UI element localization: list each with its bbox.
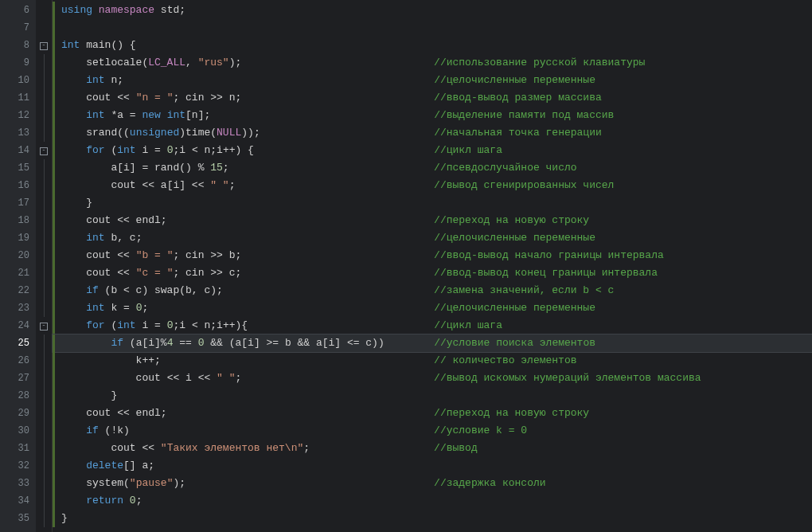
line-number: 19 bbox=[0, 229, 36, 247]
token-op: , bbox=[185, 57, 198, 68]
line-number: 6 bbox=[0, 2, 36, 19]
token-str: "n = " bbox=[136, 92, 174, 104]
token-kw: for bbox=[61, 319, 111, 331]
code-line[interactable]: int *a = new int[n]; //выделение памяти … bbox=[53, 107, 812, 124]
fold-guide bbox=[36, 89, 52, 107]
token-kw: int bbox=[61, 302, 111, 314]
token-const: LC_ALL bbox=[148, 57, 185, 68]
token-op: (b < c) swap(b, c); bbox=[105, 284, 223, 296]
token-op: ); bbox=[173, 477, 185, 489]
comment: //псевдослучайное число bbox=[434, 162, 576, 174]
line-number: 8 bbox=[0, 37, 36, 54]
token-op: ); bbox=[229, 57, 242, 68]
fold-guide bbox=[36, 229, 52, 247]
token-op: ; cin bbox=[173, 249, 210, 261]
token-op: [] a; bbox=[123, 460, 154, 471]
comment: //ввод-вывод начало границы интервала bbox=[434, 249, 664, 261]
code-line[interactable]: } bbox=[53, 387, 812, 405]
code-line[interactable]: a[i] = rand() % 15; //псевдослучайное чи… bbox=[53, 159, 812, 177]
line-number: 9 bbox=[0, 54, 36, 72]
token-kw: for bbox=[61, 144, 111, 156]
token-op: << a[i] << bbox=[142, 179, 210, 191]
token-kw: int bbox=[117, 319, 142, 331]
code-line[interactable]: cout << "b = "; cin >> b; //ввод-вывод н… bbox=[53, 247, 812, 264]
code-line[interactable]: k++; // количество элементов bbox=[53, 352, 812, 370]
token-func: main bbox=[86, 39, 111, 51]
line-number: 27 bbox=[0, 370, 36, 387]
token-op: *a = bbox=[111, 109, 142, 121]
whitespace bbox=[248, 319, 434, 331]
code-line[interactable]: system("pause"); //задержка консоли bbox=[53, 475, 812, 492]
fold-toggle-icon[interactable]: - bbox=[36, 37, 52, 54]
comment: //выделение памяти под массив bbox=[434, 109, 614, 121]
token-id: std bbox=[161, 4, 179, 16]
fold-guide bbox=[36, 54, 52, 72]
fold-guide bbox=[36, 475, 52, 492]
comment: //использование русской клавиатуры bbox=[434, 57, 645, 68]
comment: //целочисленные переменные bbox=[434, 232, 595, 244]
code-line[interactable]: if (!k) //условие k = 0 bbox=[53, 422, 812, 440]
code-line[interactable]: srand((unsigned)time(NULL)); //начальная… bbox=[53, 124, 812, 142]
code-line[interactable]: for (int i = 0;i < n;i++) { //цикл шага bbox=[53, 142, 812, 159]
whitespace bbox=[310, 442, 434, 454]
token-id: srand bbox=[61, 127, 117, 139]
fold-guide bbox=[36, 405, 52, 422]
token-kw: if bbox=[61, 424, 105, 436]
code-line[interactable]: cout << "Таких элементов нет\n"; //вывод bbox=[53, 440, 812, 457]
code-line[interactable]: cout << endl; //переход на новую строку bbox=[53, 405, 812, 422]
code-line[interactable]: if (b < c) swap(b, c); //замена значений… bbox=[53, 282, 812, 299]
code-area[interactable]: using namespace std;int main() { setloca… bbox=[53, 0, 812, 532]
comment: //цикл шага bbox=[434, 144, 502, 156]
line-number: 32 bbox=[0, 457, 36, 475]
whitespace bbox=[241, 267, 434, 279]
whitespace bbox=[241, 372, 434, 384]
fold-toggle-icon[interactable]: - bbox=[36, 142, 52, 159]
code-line[interactable]: return 0; bbox=[53, 492, 812, 510]
code-line[interactable]: cout << "c = "; cin >> c; //ввод-вывод к… bbox=[53, 264, 812, 282]
line-number: 25 bbox=[0, 334, 36, 352]
code-line[interactable]: for (int i = 0;i < n;i++){ //цикл шага bbox=[53, 317, 812, 334]
token-id: b, c bbox=[111, 232, 135, 244]
token-op: >> b; bbox=[210, 249, 241, 261]
line-number: 29 bbox=[0, 405, 36, 422]
token-kw: if bbox=[61, 284, 105, 296]
code-line[interactable]: cout << "n = "; cin >> n; //ввод-вывод р… bbox=[53, 89, 812, 107]
fold-column[interactable]: --- bbox=[36, 0, 53, 532]
code-line[interactable]: cout << i << " "; //вывод искомых нумера… bbox=[53, 370, 812, 387]
fold-guide bbox=[36, 177, 52, 194]
code-line[interactable]: delete[] a; bbox=[53, 457, 812, 475]
token-op: (( bbox=[117, 127, 130, 139]
fold-toggle-icon[interactable]: - bbox=[36, 317, 52, 334]
code-line[interactable]: } bbox=[53, 194, 812, 212]
token-kw: delete bbox=[61, 460, 123, 471]
code-line[interactable]: int main() { bbox=[53, 37, 812, 54]
token-op: ;i < n;i++) { bbox=[173, 144, 253, 156]
code-line[interactable]: int n; //целочисленные переменные bbox=[53, 72, 812, 89]
code-line[interactable]: using namespace std; bbox=[53, 2, 812, 19]
token-ns: namespace bbox=[99, 4, 161, 16]
code-editor[interactable]: 6789101112131415161718192021222324252627… bbox=[0, 0, 812, 532]
fold-guide bbox=[36, 422, 52, 440]
token-op: ( bbox=[123, 477, 130, 489]
comment: //цикл шага bbox=[434, 319, 502, 331]
line-number: 35 bbox=[0, 510, 36, 527]
comment: //вывод сгенирированных чисел bbox=[434, 179, 614, 191]
fold-guide bbox=[36, 352, 52, 370]
code-line[interactable]: cout << endl; //переход на новую строку bbox=[53, 212, 812, 229]
code-line[interactable]: } bbox=[53, 510, 812, 527]
fold-guide bbox=[36, 370, 52, 387]
token-str: "Таких элементов нет\n" bbox=[161, 442, 303, 454]
whitespace bbox=[161, 354, 434, 366]
token-id: i = bbox=[142, 144, 166, 156]
fold-guide bbox=[36, 492, 52, 510]
code-line[interactable]: cout << a[i] << " "; //вывод сгенирирова… bbox=[53, 177, 812, 194]
code-line[interactable] bbox=[53, 19, 812, 37]
code-line[interactable]: if (a[i]%4 == 0 && (a[i] >= b && a[i] <=… bbox=[53, 334, 812, 352]
token-kw: int bbox=[61, 39, 86, 51]
code-line[interactable]: int k = 0; //целочисленные переменные bbox=[53, 299, 812, 317]
code-line[interactable]: int b, c; //целочисленные переменные bbox=[53, 229, 812, 247]
token-op: )time( bbox=[179, 127, 217, 139]
token-op: >> c; bbox=[210, 267, 241, 279]
token-kw: unsigned bbox=[130, 127, 179, 139]
code-line[interactable]: setlocale(LC_ALL, "rus"); //использовани… bbox=[53, 54, 812, 72]
